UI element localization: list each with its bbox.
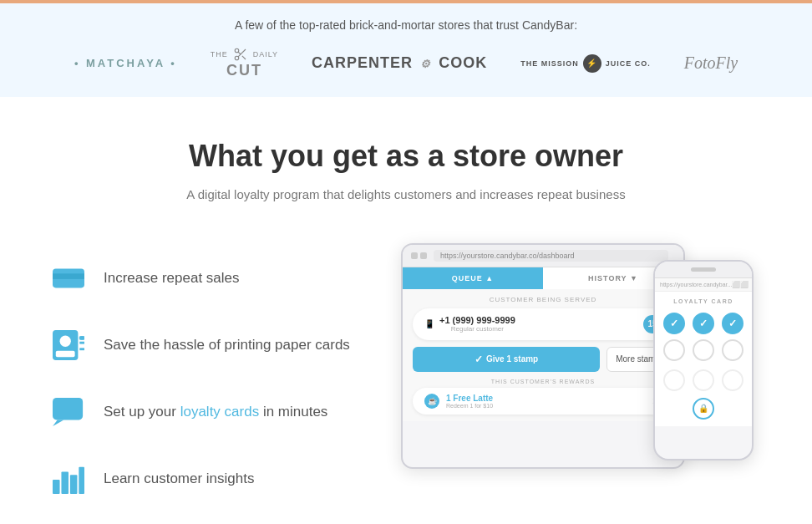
reward-icon: ☕ [424, 394, 439, 409]
cook-text: COOK [439, 54, 487, 71]
reward-sub: Redeem 1 for $10 [446, 403, 493, 409]
phone-url-text: https://yourstore.candybar... [660, 282, 732, 287]
scissors-icon [233, 47, 248, 62]
section-title: What you get as a store owner [50, 139, 762, 174]
feature-paper-cards-text: Save the hassle of printing paper cards [104, 337, 350, 354]
phone-content: LOYALTY CARD [655, 292, 752, 426]
phone-number: +1 (999) 999-9999 [439, 315, 515, 325]
reward-card: ☕ 1 Free Latte Redeem 1 for $10 x1 [413, 388, 673, 415]
feature-setup: Set up your loyalty cards in minutes [50, 394, 368, 430]
phone-notch [655, 262, 752, 278]
feature-insights-text: Learn customer insights [104, 471, 254, 487]
logo-matchaya: • MATCHAYA • [74, 57, 177, 69]
logo-carpenter-cook: CARPENTER ⚙ COOK [312, 54, 487, 72]
phone-home-indicator [691, 267, 716, 272]
rewards-label: THIS CUSTOMER'S REWARDS [413, 379, 673, 384]
customer-label: CUSTOMER BEING SERVED [413, 296, 673, 303]
action-row: ✓ Give 1 stamp More stamps [413, 347, 673, 372]
reward-lock-icon: 🔒 [698, 404, 708, 413]
stamp-4 [663, 339, 685, 361]
svg-rect-15 [53, 480, 60, 494]
svg-rect-16 [61, 471, 69, 494]
main-section: What you get as a store owner A digital … [0, 97, 812, 524]
logo-daily-cut: THE DAILY CUT [211, 47, 278, 80]
juice-co-text: JUICE CO. [606, 59, 651, 68]
card-icon [50, 260, 87, 297]
tablet-content: CUSTOMER BEING SERVED 📱 +1 (999) 999-999… [403, 289, 683, 421]
phone-reward-badge: 🔒 [693, 398, 714, 420]
svg-rect-17 [70, 475, 78, 494]
customer-card: 📱 +1 (999) 999-9999 Regular customer 15 [413, 308, 673, 340]
svg-rect-9 [56, 350, 75, 357]
matchaya-text: • MATCHAYA • [74, 57, 177, 69]
customer-type: Regular customer [439, 325, 515, 333]
logos-row: • MATCHAYA • THE DAILY CUT CARPENTER ⚙ C… [17, 47, 795, 80]
phone-display: 📱 +1 (999) 999-9999 Regular customer [424, 315, 515, 333]
phone-empty-1 [663, 369, 685, 391]
phone-window-controls: ⬜⬜ [732, 281, 749, 288]
checkmark-icon: ✓ [475, 354, 483, 365]
svg-point-1 [235, 56, 239, 60]
stamps-grid [662, 313, 745, 361]
coffee-icon: ☕ [428, 397, 437, 405]
chart-icon [50, 460, 87, 497]
features-column: Increase repeat sales Save the hassle of… [50, 243, 368, 524]
feature-repeat-sales-text: Increase repeat sales [104, 270, 240, 287]
svg-point-8 [60, 335, 71, 346]
phone-empty-3 [722, 369, 743, 391]
tablet-window-controls [411, 252, 427, 259]
svg-rect-13 [53, 397, 83, 420]
tablet-url-bar: https://yourstore.candybar.co/dashboard [434, 250, 668, 262]
the-text: THE [211, 50, 228, 59]
chat-icon [50, 394, 87, 430]
feature-paper-cards: Save the hassle of printing paper cards [50, 327, 368, 364]
feature-insights: Learn customer insights [50, 460, 368, 497]
phone-device-icon: 📱 [424, 319, 434, 328]
svg-line-3 [242, 56, 246, 59]
logo-mission-juice: THE MISSION ⚡ JUICE CO. [520, 54, 651, 73]
give-stamp-label: Give 1 stamp [486, 354, 538, 364]
carpenter-text: CARPENTER [312, 54, 413, 71]
stamp-1 [663, 313, 685, 334]
fotofly-text: FotoFly [684, 53, 738, 72]
tab-queue[interactable]: QUEUE ▲ [403, 267, 543, 289]
contacts-icon [50, 327, 87, 364]
mission-icon: ⚡ [586, 59, 597, 68]
svg-rect-6 [53, 273, 84, 279]
tablet-dot-1 [411, 252, 418, 259]
svg-marker-14 [53, 420, 63, 426]
feature-repeat-sales: Increase repeat sales [50, 260, 368, 297]
phone-reward-icons [662, 369, 745, 391]
stamp-6 [722, 339, 743, 361]
svg-rect-18 [79, 466, 84, 493]
tablet-mockup: https://yourstore.candybar.co/dashboard … [401, 243, 685, 469]
svg-line-4 [238, 52, 241, 54]
cut-text: CUT [226, 62, 262, 80]
loyalty-card-title: LOYALTY CARD [662, 298, 745, 304]
devices-column: https://yourstore.candybar.co/dashboard … [401, 243, 762, 486]
give-stamp-button[interactable]: ✓ Give 1 stamp [413, 347, 600, 372]
svg-rect-10 [79, 336, 84, 339]
trust-tagline: A few of the top-rated brick-and-mortar … [17, 18, 795, 32]
highlight-loyalty: loyalty cards [180, 404, 259, 420]
amp-icon: ⚙ [420, 58, 431, 70]
tablet-top-bar: https://yourstore.candybar.co/dashboard [403, 245, 683, 267]
phone-mockup: https://yourstore.candybar... ⬜⬜ LOYALTY… [653, 260, 754, 460]
reward-name: 1 Free Latte [446, 394, 493, 403]
logo-fotofly: FotoFly [684, 53, 738, 73]
stamp-3 [722, 313, 743, 334]
trust-bar: A few of the top-rated brick-and-mortar … [0, 3, 812, 97]
section-subtitle: A digital loyalty program that delights … [50, 187, 762, 201]
stamp-5 [693, 339, 714, 361]
tablet-tabs: QUEUE ▲ HISTORY ▼ [403, 267, 683, 289]
feature-setup-text: Set up your loyalty cards in minutes [104, 404, 327, 420]
phone-empty-2 [693, 369, 714, 391]
tablet-dot-2 [420, 252, 427, 259]
stamp-2 [693, 313, 714, 334]
svg-point-0 [235, 48, 239, 53]
content-row: Increase repeat sales Save the hassle of… [50, 243, 762, 524]
phone-url-bar: https://yourstore.candybar... ⬜⬜ [655, 278, 752, 292]
reward-info: ☕ 1 Free Latte Redeem 1 for $10 [424, 394, 493, 409]
mission-circle: ⚡ [583, 54, 601, 73]
the-mission-text: THE MISSION [520, 59, 579, 68]
